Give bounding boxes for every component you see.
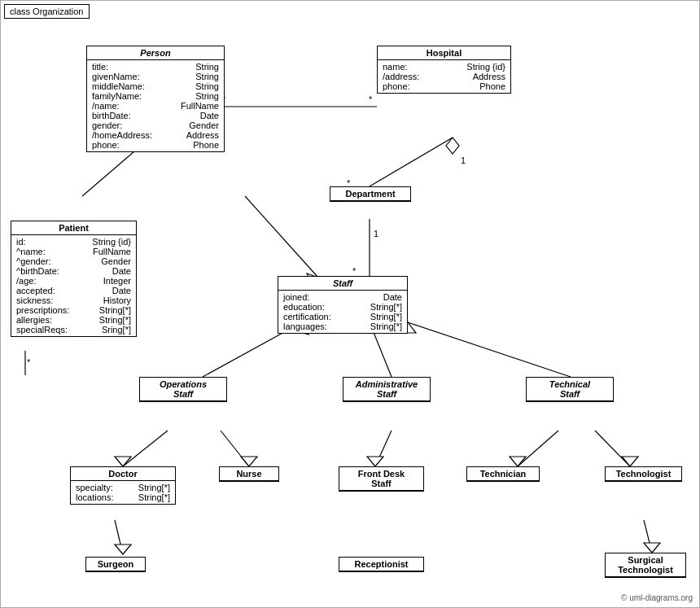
administrative-staff-class-name: AdministrativeStaff: [343, 378, 430, 401]
svg-marker-31: [115, 545, 131, 554]
staff-class-name: Staff: [278, 277, 407, 291]
hospital-class: Hospital name:String {id} /address:Addre…: [377, 46, 511, 94]
copyright: © uml-diagrams.org: [621, 593, 693, 602]
technician-class-name: Technician: [467, 467, 539, 481]
technologist-class-name: Technologist: [606, 467, 681, 481]
svg-text:*: *: [27, 357, 31, 367]
svg-line-28: [595, 431, 630, 466]
technologist-class: Technologist: [605, 466, 682, 482]
doctor-class-name: Doctor: [71, 467, 175, 481]
surgeon-class-name: Surgeon: [86, 558, 145, 571]
svg-line-12: [245, 196, 318, 278]
svg-line-24: [375, 431, 392, 466]
front-desk-staff-class-name: Front DeskStaff: [339, 467, 423, 491]
svg-marker-1: [446, 138, 459, 154]
administrative-staff-class: AdministrativeStaff: [343, 377, 431, 402]
hospital-class-attrs: name:String {id} /address:Address phone:…: [378, 60, 510, 93]
surgical-technologist-class: SurgicalTechnologist: [605, 553, 686, 578]
svg-marker-33: [644, 543, 660, 553]
patient-class-name: Patient: [11, 221, 136, 235]
diagram-container: class Organization 1 * 1 * * *: [0, 0, 700, 608]
technical-staff-class-name: TechnicalStaff: [527, 378, 613, 401]
svg-text:*: *: [352, 266, 357, 276]
svg-marker-21: [115, 457, 131, 466]
svg-marker-25: [367, 457, 383, 466]
nurse-class-name: Nurse: [220, 467, 278, 481]
staff-class-attrs: joined:Date education:String[*] certific…: [278, 291, 407, 333]
receptionist-class: Receptionist: [339, 557, 424, 572]
hospital-class-name: Hospital: [378, 46, 510, 60]
receptionist-class-name: Receptionist: [339, 558, 423, 571]
svg-text:1: 1: [461, 155, 466, 165]
diagram-title: class Organization: [4, 4, 90, 19]
technical-staff-class: TechnicalStaff: [526, 377, 614, 402]
person-class-attrs: title:String givenName:String middleName…: [87, 60, 224, 151]
front-desk-staff-class: Front DeskStaff: [339, 466, 424, 492]
svg-line-30: [115, 520, 123, 554]
surgeon-class: Surgeon: [85, 557, 146, 572]
department-class: Department: [330, 186, 411, 202]
svg-line-22: [221, 431, 249, 466]
svg-text:*: *: [369, 94, 373, 104]
doctor-class-attrs: specialty:String[*] locations:String[*]: [71, 481, 175, 504]
svg-line-26: [518, 431, 558, 466]
person-class-name: Person: [87, 46, 224, 60]
staff-class: Staff joined:Date education:String[*] ce…: [278, 276, 408, 334]
nurse-class: Nurse: [219, 466, 279, 482]
svg-line-32: [644, 520, 652, 553]
surgical-technologist-class-name: SurgicalTechnologist: [606, 553, 685, 577]
svg-marker-23: [241, 457, 257, 466]
doctor-class: Doctor specialty:String[*] locations:Str…: [70, 466, 176, 505]
svg-line-18: [408, 322, 571, 377]
svg-text:1: 1: [374, 229, 378, 238]
technician-class: Technician: [466, 466, 540, 482]
patient-class: Patient id:String {id} ^name:FullName ^g…: [11, 221, 137, 337]
patient-class-attrs: id:String {id} ^name:FullName ^gender:Ge…: [11, 235, 136, 336]
department-class-name: Department: [330, 187, 410, 201]
svg-marker-29: [622, 457, 638, 466]
operations-staff-class: OperationsStaff: [139, 377, 227, 402]
svg-line-20: [123, 431, 168, 466]
svg-marker-27: [510, 457, 526, 466]
person-class: Person title:String givenName:String mid…: [86, 46, 225, 152]
operations-staff-class-name: OperationsStaff: [140, 378, 226, 401]
svg-line-0: [370, 138, 453, 186]
